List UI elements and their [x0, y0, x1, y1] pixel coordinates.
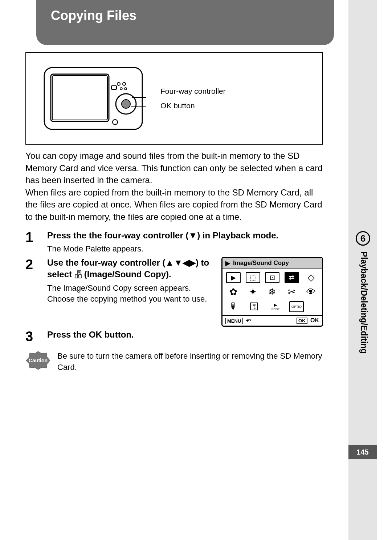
step-heading: Press the the four-way controller (▼) in… [47, 230, 323, 241]
back-icon: ↶ [246, 318, 251, 324]
svg-point-4 [122, 100, 130, 108]
ok-label: OK [310, 317, 319, 323]
mode-palette-screen: ▶ Image/Sound Copy ▶ ⬚ ⊡ ⇄ ◇ ✿ [221, 257, 323, 327]
step-number: 3 [25, 329, 38, 343]
svg-rect-2 [52, 76, 107, 120]
palette-footer: MENU ↶ OK OK [222, 315, 322, 326]
step-2: 2 Use the four-way controller (▲▼◀▶) to … [25, 257, 323, 327]
palette-icon-brightness: ✦ [246, 287, 260, 298]
step2-head-post: (Image/Sound Copy). [84, 269, 171, 279]
chapter-label-vertical: Playback/Deleting/Editing [359, 251, 369, 354]
camera-diagram-box: Four-way controller OK button [25, 52, 323, 145]
palette-grid: ▶ ⬚ ⊡ ⇄ ◇ ✿ ✦ ❄ ✂ 👁 [222, 269, 322, 315]
chapter-number-circle: 6 [356, 231, 370, 246]
callout-ok-button: OK button [160, 98, 226, 113]
palette-icon-protect: ⚿ [247, 301, 262, 312]
callout-four-way: Four-way controller [160, 84, 226, 98]
palette-icon-redeye: 👁 [304, 287, 318, 298]
svg-rect-14 [75, 275, 78, 278]
play-icon: ▶ [225, 259, 230, 267]
palette-icon-resize: ⬚ [246, 272, 260, 283]
palette-icon-filter2: ❄ [265, 287, 279, 298]
step-heading: Press the OK button. [47, 329, 323, 340]
caution-text: Be sure to turn the camera off before in… [57, 351, 323, 373]
step-subtext: The Image/Sound Copy screen appears. Cho… [47, 283, 214, 305]
intro-paragraph: You can copy image and sound files from … [25, 150, 323, 223]
palette-icon-voice: 🎙 [226, 301, 241, 312]
palette-icon-rotate: ◇ [304, 272, 318, 283]
step-1: 1 Press the the four-way controller (▼) … [25, 230, 323, 255]
steps-list: 1 Press the the four-way controller (▼) … [25, 230, 323, 343]
palette-icon-dpof: ▶DPOF [268, 301, 283, 312]
menu-button-label: MENU [225, 318, 243, 324]
caution-icon: Caution [25, 351, 51, 370]
palette-icon-startup: OPTIO [289, 301, 304, 312]
page-number: 145 [348, 445, 377, 459]
palette-icon-filter1: ✿ [226, 287, 241, 298]
step-number: 1 [25, 230, 38, 255]
svg-rect-15 [79, 275, 81, 278]
image-sound-copy-icon [74, 271, 84, 279]
palette-icon-image-sound-copy: ⇄ [285, 272, 299, 283]
ok-button-box: OK [297, 318, 307, 324]
step-heading: Use the four-way controller (▲▼◀▶) to se… [47, 257, 214, 281]
step-subtext: The Mode Palette appears. [47, 243, 323, 255]
caution-block: Caution Be sure to turn the camera off b… [25, 351, 323, 373]
svg-text:Caution: Caution [29, 358, 48, 363]
palette-icon-trimming: ⊡ [265, 272, 279, 283]
camera-back-illustration [41, 64, 146, 133]
step-number: 2 [25, 257, 38, 327]
palette-header: ▶ Image/Sound Copy [222, 258, 322, 269]
step-3: 3 Press the OK button. [25, 329, 323, 343]
palette-icon-cut: ✂ [285, 287, 299, 298]
page-title: Copying Files [36, 0, 334, 45]
palette-icon-slideshow: ▶ [226, 272, 241, 283]
palette-title: Image/Sound Copy [233, 259, 289, 267]
